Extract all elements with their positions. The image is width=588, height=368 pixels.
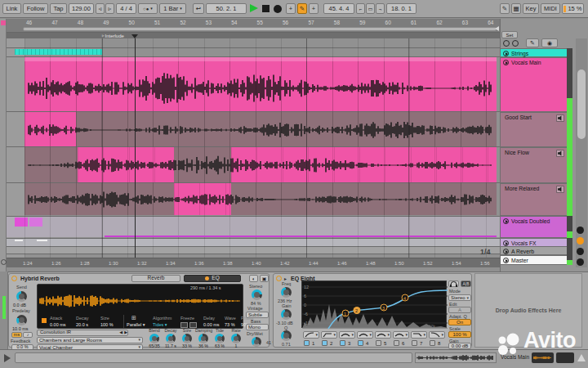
fold-icon[interactable] bbox=[503, 258, 509, 263]
drywet-knob[interactable] bbox=[252, 337, 261, 347]
fold-icon[interactable] bbox=[503, 60, 509, 65]
band-enable-checkbox[interactable] bbox=[412, 340, 417, 346]
speaker-icon[interactable] bbox=[556, 114, 564, 122]
take-lane-header-good-start[interactable]: Good Start bbox=[500, 112, 568, 147]
quantize-menu[interactable]: 1 Bar▾ bbox=[159, 3, 186, 14]
overdub-button[interactable]: + bbox=[286, 3, 296, 14]
eq-band-3[interactable]: ▾ 3 bbox=[339, 331, 355, 347]
eq-band-4[interactable]: ▾ 4 bbox=[357, 331, 373, 347]
nudge-up-button[interactable]: ▹ bbox=[105, 3, 114, 14]
eq-band-1[interactable]: ▾ 1 bbox=[303, 331, 319, 347]
round-button[interactable] bbox=[577, 248, 584, 255]
set-button[interactable]: Set bbox=[501, 31, 518, 38]
play-button[interactable] bbox=[250, 4, 260, 14]
hybrid-reverb-device[interactable]: Hybrid Reverb Reverb EQ ◐ ▣ Send 0.0 dB … bbox=[8, 273, 270, 348]
track-header-vocals-doubled[interactable]: Vocals Doubled bbox=[500, 216, 568, 238]
wave-value[interactable]: 73 % bbox=[225, 323, 235, 328]
automation-mode-button[interactable] bbox=[503, 40, 510, 47]
midi-event[interactable] bbox=[15, 240, 23, 241]
filter-shape-dropdown[interactable]: ▾ bbox=[375, 331, 391, 339]
fold-icon[interactable] bbox=[503, 218, 509, 224]
follow-button[interactable]: Follow bbox=[23, 3, 48, 14]
sync-note-toggle[interactable]: ♪ bbox=[23, 332, 33, 338]
fold-device-icon[interactable]: ▣ bbox=[260, 275, 269, 282]
speaker-icon[interactable] bbox=[556, 150, 564, 157]
fold-icon[interactable] bbox=[503, 249, 509, 254]
loop-switch-button[interactable]: ▭ bbox=[366, 3, 375, 14]
filter-shape-dropdown[interactable]: ▾ bbox=[393, 331, 409, 339]
round-button[interactable] bbox=[577, 227, 584, 234]
prev-ir-icon[interactable]: ◀ bbox=[119, 330, 122, 334]
knob-blend[interactable]: Blend 65/35 bbox=[146, 329, 163, 348]
band-enable-checkbox[interactable] bbox=[430, 340, 435, 346]
ms-toggle[interactable]: ms bbox=[11, 332, 22, 338]
filter-shape-dropdown[interactable]: ▾ bbox=[429, 331, 445, 339]
metronome-button[interactable]: ○● ▾ bbox=[138, 3, 158, 14]
track-header-strings[interactable]: Strings bbox=[500, 48, 568, 57]
filter-shape-dropdown[interactable]: ▾ bbox=[321, 331, 337, 339]
output-gain-field[interactable]: 0.00 dB bbox=[448, 343, 471, 349]
midi-event[interactable] bbox=[37, 240, 47, 241]
beat-time-ruler[interactable]: 46474849505152535455565758596061626364 bbox=[7, 19, 500, 33]
time-ruler[interactable]: 1:241:261:281:301:321:341:361:381:401:42… bbox=[7, 258, 500, 267]
hot-swap-icon[interactable]: ◐ bbox=[249, 275, 258, 282]
decay-value[interactable]: 20.0 s bbox=[76, 323, 88, 328]
band-enable-checkbox[interactable] bbox=[322, 340, 327, 346]
band-enable-checkbox[interactable] bbox=[376, 340, 381, 346]
link-button[interactable]: Link bbox=[2, 3, 21, 14]
gain-knob[interactable] bbox=[281, 309, 292, 320]
stop-button[interactable] bbox=[262, 5, 270, 12]
mixer-toggle-icon[interactable] bbox=[1, 259, 7, 265]
freq-knob[interactable] bbox=[281, 287, 292, 298]
band-enable-checkbox[interactable] bbox=[394, 340, 399, 346]
loop-brace[interactable] bbox=[23, 27, 497, 31]
knob-tide[interactable]: Tide 63 % bbox=[212, 329, 228, 348]
eq-band-2[interactable]: ▾ 2 bbox=[321, 331, 337, 347]
routing-value[interactable]: Parallel ▾ bbox=[127, 323, 145, 328]
knob-damping[interactable]: Damping 36 % bbox=[195, 329, 212, 348]
arrangement-position-field[interactable]: 50. 2. 1 bbox=[206, 3, 247, 14]
filter-shape-dropdown[interactable]: ▾ bbox=[339, 331, 355, 339]
punch-out-button[interactable]: ¬ bbox=[376, 3, 385, 14]
track-header-vocals-main[interactable]: Vocals Main bbox=[500, 57, 568, 112]
vintage-dropdown[interactable]: Subtle bbox=[246, 312, 269, 318]
freeze-out-button[interactable] bbox=[189, 322, 197, 328]
delay-value[interactable]: 0.00 ms bbox=[203, 323, 220, 328]
eq-band-8[interactable]: ▾ 8 bbox=[429, 331, 445, 347]
computer-midi-keyboard-button[interactable]: ▦ bbox=[511, 3, 521, 14]
locator-interlude[interactable]: ▹Interlude bbox=[102, 33, 124, 38]
mode-dropdown[interactable]: Stereo▾ bbox=[448, 294, 471, 301]
tab-reverb[interactable]: Reverb bbox=[131, 275, 180, 282]
clip-strings[interactable] bbox=[15, 49, 102, 55]
eq-graph[interactable]: 12 6 0 -6 -12 100 1k 10k 1 2 3 4 bbox=[301, 280, 447, 328]
eq-band-6[interactable]: ▾ 6 bbox=[393, 331, 409, 347]
freeze-in-button[interactable] bbox=[180, 322, 188, 328]
drop-audio-effects-zone[interactable]: Drop Audio Effects Here bbox=[474, 273, 582, 348]
track-header-master[interactable]: Master bbox=[500, 255, 568, 265]
punch-in-button[interactable]: ⌐ bbox=[356, 3, 365, 14]
device-power-button[interactable] bbox=[276, 276, 282, 281]
band-enable-checkbox[interactable] bbox=[358, 340, 363, 346]
loop-start-field[interactable]: 45. 4. 4 bbox=[323, 3, 354, 14]
record-button[interactable] bbox=[274, 5, 282, 13]
time-signature-field[interactable]: 4 / 4 bbox=[116, 3, 136, 14]
bass-dropdown[interactable]: Mono bbox=[246, 324, 269, 330]
round-button[interactable] bbox=[577, 258, 584, 266]
round-button-active[interactable] bbox=[577, 237, 584, 245]
size-value[interactable]: 100 % bbox=[100, 323, 114, 328]
draw-mode-button[interactable]: ✎ bbox=[500, 3, 510, 14]
fold-icon[interactable] bbox=[503, 240, 509, 246]
algorithm-value[interactable]: Tides ▾ bbox=[153, 323, 167, 328]
filter-shape-dropdown[interactable]: ▾ bbox=[411, 331, 427, 339]
send-value[interactable]: 0.0 dB bbox=[13, 303, 26, 308]
predelay-knob[interactable] bbox=[16, 315, 27, 325]
preview-play-icon[interactable] bbox=[4, 354, 11, 362]
send-knob[interactable] bbox=[16, 291, 27, 302]
band-enable-checkbox[interactable] bbox=[304, 340, 310, 346]
loop-brace-end-icon[interactable] bbox=[495, 26, 499, 31]
audition-button[interactable] bbox=[448, 280, 459, 287]
tempo-field[interactable]: 129.00 bbox=[69, 3, 94, 14]
loop-length-field[interactable]: 18. 0. 1 bbox=[386, 3, 416, 14]
stereo-knob[interactable] bbox=[252, 289, 262, 300]
re-enable-automation-button[interactable] bbox=[512, 40, 519, 47]
